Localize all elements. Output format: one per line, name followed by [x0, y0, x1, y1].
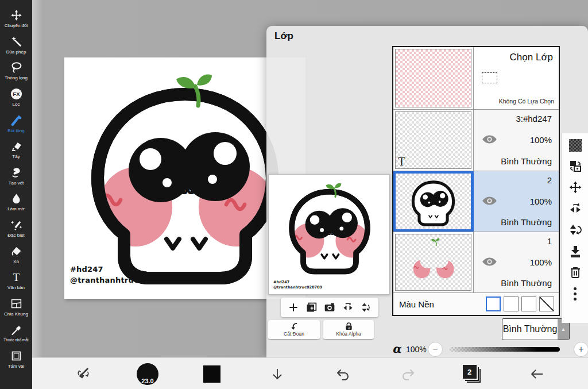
tool-label: Xô: [13, 259, 19, 264]
preview-signature: #hd247 @tranthanhtruc020709: [273, 280, 322, 291]
tool-label: Bút lông: [7, 128, 24, 133]
background-color-label: Màu Nền: [399, 299, 486, 309]
flip-horizontal-icon[interactable]: [342, 301, 354, 314]
layer-3-thumbnail[interactable]: T: [393, 110, 474, 170]
brush-size-value: 23.0: [141, 378, 153, 384]
tool-eraser[interactable]: Tẩy: [0, 137, 32, 163]
tool-bucket[interactable]: Xô: [0, 241, 32, 268]
alpha-lock-icon: α: [345, 322, 353, 330]
layer-visibility-toggle[interactable]: [482, 134, 497, 145]
flip-layer-vertical-icon[interactable]: [568, 223, 582, 237]
convert-layer-icon[interactable]: [568, 159, 582, 173]
canvas-signature: #hd247 @tranthanhtruc020709: [70, 264, 170, 286]
brush-size-button[interactable]: 23.0: [134, 358, 161, 389]
tool-canvas[interactable]: Tấm vải: [0, 346, 32, 373]
alpha-slider-track[interactable]: [450, 347, 560, 352]
bottom-toolbar: 23.0 2: [32, 357, 588, 389]
tool-label: Tấm vải: [8, 364, 24, 369]
layer-name: 1: [547, 236, 552, 246]
tool-lasso[interactable]: Thòng lọng: [0, 58, 32, 84]
redo-button[interactable]: [395, 358, 421, 389]
layer-2-thumbnail[interactable]: [393, 171, 474, 232]
layer-opacity[interactable]: 100%: [530, 257, 552, 267]
tool-label: Đặc biệt: [7, 233, 24, 238]
tool-fx-filter[interactable]: FXLọc: [0, 84, 32, 111]
bg-swatch-transparent[interactable]: [504, 296, 519, 311]
layers-panel: Lớp #hd247 @tranthanhtruc020709 Chọn Lớp: [266, 26, 588, 357]
background-color-swatches: [486, 296, 554, 311]
flip-vertical-icon[interactable]: [359, 301, 372, 314]
tool-move[interactable]: Chuyển đổi: [0, 6, 32, 32]
alpha-increase-button[interactable]: +: [574, 342, 588, 357]
brush-size-preview: 23.0: [137, 363, 158, 385]
add-layer-icon[interactable]: [287, 301, 300, 314]
text-layer-marker: T: [398, 156, 405, 168]
tool-label: Thòng lọng: [5, 75, 28, 80]
layers-button[interactable]: 2: [458, 358, 485, 389]
tool-magic-wand[interactable]: Đũa phép: [0, 32, 32, 59]
tool-label: Làm mờ: [7, 206, 25, 211]
layer-visibility-toggle[interactable]: [482, 195, 497, 206]
color-picker-button[interactable]: [199, 358, 225, 389]
layer-actions-bar: [281, 298, 378, 317]
tool-label: Chia Khung: [4, 311, 28, 317]
svg-text:FX: FX: [13, 91, 20, 98]
delete-layer-icon[interactable]: [568, 265, 582, 279]
add-layer-from-canvas-icon[interactable]: [305, 301, 318, 314]
bg-swatch-dark-transparent[interactable]: [521, 296, 536, 311]
svg-text:T: T: [13, 271, 20, 283]
more-options-icon[interactable]: [568, 287, 582, 301]
undo-button[interactable]: [330, 358, 356, 389]
tool-label: Chuyển đổi: [5, 23, 28, 28]
tool-label: Lọc: [13, 102, 20, 107]
back-button[interactable]: [524, 358, 550, 389]
selection-layer-row[interactable]: Chọn Lớp Không Có Lựa Chọn: [393, 47, 559, 110]
left-toolbar: Chuyển đổiĐũa phépThòng lọngFXLọcBút lôn…: [0, 0, 32, 389]
layer-row-3[interactable]: T 3:#hd247 100% Bình Thường: [393, 110, 559, 171]
alpha-value: 100%: [406, 345, 427, 354]
tool-special-pen[interactable]: Đặc biệt: [0, 215, 32, 242]
bg-swatch-none[interactable]: [539, 296, 554, 311]
blend-mode-dropdown[interactable]: Bình Thường ▲: [502, 318, 570, 340]
layer-row-2[interactable]: 2 100% Bình Thường: [393, 171, 559, 232]
move-layer-icon[interactable]: [568, 180, 582, 194]
down-arrow-button[interactable]: [264, 358, 291, 389]
layer-blend-mode[interactable]: Bình Thường: [501, 217, 552, 227]
tool-label: Văn bản: [7, 285, 25, 290]
clip-arrow-icon: [290, 322, 299, 330]
layer-visibility-toggle[interactable]: [482, 256, 497, 267]
current-color-swatch: [203, 365, 220, 383]
tool-divide-frame[interactable]: Chia Khung: [0, 294, 32, 321]
layers-count-badge: 2: [463, 365, 477, 379]
layer-tools-strip: [562, 133, 588, 323]
layer-row-1[interactable]: 1 100% Bình Thường: [393, 232, 559, 293]
tool-eyedropper[interactable]: Thuốc nhỏ mắt: [0, 320, 32, 346]
layer-opacity[interactable]: 100%: [530, 197, 552, 206]
flip-layer-horizontal-icon[interactable]: [568, 202, 582, 215]
layer-1-thumbnail[interactable]: [393, 232, 474, 292]
clipping-button[interactable]: Cắt Đoạn: [268, 320, 320, 339]
canvas-preview-window[interactable]: #hd247 @tranthanhtruc020709: [268, 174, 390, 295]
background-color-row[interactable]: Màu Nền: [393, 293, 559, 315]
tool-text[interactable]: TVăn bản: [0, 268, 32, 294]
layer-blend-mode[interactable]: Bình Thường: [501, 156, 552, 166]
transparency-background-icon[interactable]: [569, 139, 582, 152]
layers-list: Chọn Lớp Không Có Lựa Chọn T 3:#hd247 10…: [392, 46, 560, 316]
layer-name: 2: [547, 175, 552, 185]
alpha-lock-button[interactable]: α Khóa Alpha: [323, 320, 374, 339]
tool-label: Đũa phép: [6, 49, 26, 55]
tool-brush[interactable]: Bút lông: [0, 110, 32, 137]
brush-eraser-swap-button[interactable]: [70, 358, 96, 389]
layer-opacity[interactable]: 100%: [530, 135, 552, 145]
tool-smudge[interactable]: Tạo vết: [0, 163, 32, 190]
camera-import-icon[interactable]: [323, 301, 336, 314]
layers-panel-title: Lớp: [274, 30, 293, 42]
bg-swatch-white[interactable]: [486, 296, 501, 311]
layer-blend-mode[interactable]: Bình Thường: [501, 278, 552, 288]
merge-down-icon[interactable]: [568, 244, 582, 258]
tool-blur[interactable]: Làm mờ: [0, 189, 32, 215]
selection-layer-thumbnail[interactable]: [393, 47, 474, 109]
alpha-decrease-button[interactable]: −: [428, 342, 443, 357]
tool-label: Tẩy: [12, 154, 20, 159]
selection-marquee-icon: [482, 72, 497, 83]
